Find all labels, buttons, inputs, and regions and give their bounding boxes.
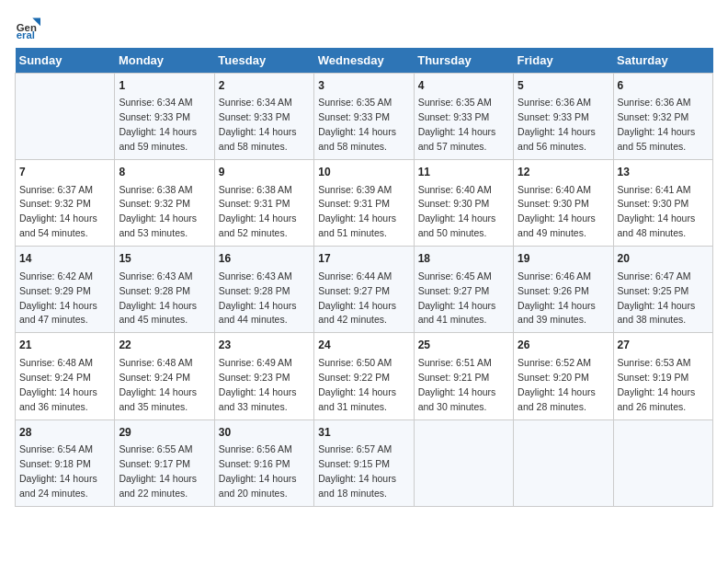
daylight-info: Daylight: 14 hours and 58 minutes. — [318, 126, 396, 152]
sunset-info: Sunset: 9:30 PM — [518, 198, 589, 209]
calendar-cell: 7Sunrise: 6:37 AMSunset: 9:32 PMDaylight… — [16, 160, 115, 247]
calendar-cell: 25Sunrise: 6:51 AMSunset: 9:21 PMDayligh… — [414, 333, 513, 419]
sunset-info: Sunset: 9:30 PM — [418, 198, 490, 209]
sunrise-info: Sunrise: 6:38 AM — [119, 184, 192, 195]
day-number: 7 — [19, 165, 110, 180]
day-number: 19 — [518, 251, 609, 267]
sunrise-info: Sunrise: 6:52 AM — [518, 357, 591, 368]
day-number: 3 — [318, 78, 409, 94]
calendar-cell: 11Sunrise: 6:40 AMSunset: 9:30 PMDayligh… — [414, 160, 513, 247]
calendar-cell: 28Sunrise: 6:54 AMSunset: 9:18 PMDayligh… — [16, 419, 115, 506]
daylight-info: Daylight: 14 hours and 48 minutes. — [618, 213, 696, 238]
sunrise-info: Sunrise: 6:37 AM — [19, 184, 93, 195]
daylight-info: Daylight: 14 hours and 51 minutes. — [318, 213, 396, 238]
daylight-info: Daylight: 14 hours and 59 minutes. — [119, 126, 197, 152]
sunset-info: Sunset: 9:19 PM — [618, 372, 689, 383]
sunrise-info: Sunrise: 6:46 AM — [518, 270, 591, 282]
calendar-cell: 2Sunrise: 6:34 AMSunset: 9:33 PMDaylight… — [214, 74, 313, 160]
sunrise-info: Sunrise: 6:36 AM — [618, 97, 691, 108]
calendar-cell: 24Sunrise: 6:50 AMSunset: 9:22 PMDayligh… — [314, 333, 414, 419]
daylight-info: Daylight: 14 hours and 41 minutes. — [418, 300, 496, 326]
daylight-info: Daylight: 14 hours and 52 minutes. — [219, 213, 297, 238]
sunrise-info: Sunrise: 6:35 AM — [418, 97, 492, 108]
day-number: 18 — [418, 251, 509, 267]
sunset-info: Sunset: 9:17 PM — [119, 458, 190, 469]
column-header-sunday: Sunday — [16, 48, 115, 74]
day-number: 25 — [418, 338, 509, 353]
sunrise-info: Sunrise: 6:40 AM — [418, 184, 492, 195]
calendar-cell: 1Sunrise: 6:34 AMSunset: 9:33 PMDaylight… — [115, 74, 214, 160]
calendar-cell: 12Sunrise: 6:40 AMSunset: 9:30 PMDayligh… — [514, 160, 613, 247]
sunrise-info: Sunrise: 6:43 AM — [219, 270, 292, 282]
calendar-cell: 21Sunrise: 6:48 AMSunset: 9:24 PMDayligh… — [16, 333, 115, 419]
column-header-thursday: Thursday — [414, 48, 513, 74]
day-number: 6 — [618, 78, 709, 94]
day-number: 20 — [618, 251, 709, 267]
calendar-cell: 31Sunrise: 6:57 AMSunset: 9:15 PMDayligh… — [314, 419, 414, 506]
sunset-info: Sunset: 9:33 PM — [318, 111, 390, 122]
sunrise-info: Sunrise: 6:40 AM — [518, 184, 591, 195]
sunrise-info: Sunrise: 6:50 AM — [318, 357, 392, 368]
sunrise-info: Sunrise: 6:34 AM — [219, 97, 292, 108]
sunset-info: Sunset: 9:18 PM — [19, 458, 91, 469]
daylight-info: Daylight: 14 hours and 18 minutes. — [318, 473, 396, 499]
day-number: 12 — [518, 165, 609, 180]
sunrise-info: Sunrise: 6:49 AM — [219, 357, 292, 368]
daylight-info: Daylight: 14 hours and 33 minutes. — [219, 386, 297, 412]
day-number: 17 — [318, 251, 409, 267]
day-number: 1 — [119, 78, 210, 94]
daylight-info: Daylight: 14 hours and 28 minutes. — [518, 386, 596, 412]
sunrise-info: Sunrise: 6:48 AM — [119, 357, 192, 368]
sunset-info: Sunset: 9:33 PM — [219, 111, 290, 122]
calendar-cell: 8Sunrise: 6:38 AMSunset: 9:32 PMDaylight… — [115, 160, 214, 247]
day-number: 28 — [19, 425, 110, 441]
sunrise-info: Sunrise: 6:42 AM — [19, 270, 93, 282]
daylight-info: Daylight: 14 hours and 54 minutes. — [19, 213, 97, 238]
daylight-info: Daylight: 14 hours and 55 minutes. — [618, 126, 696, 152]
calendar-cell — [514, 419, 613, 506]
day-number: 27 — [618, 338, 709, 353]
sunrise-info: Sunrise: 6:55 AM — [119, 443, 192, 454]
sunset-info: Sunset: 9:24 PM — [19, 372, 91, 383]
daylight-info: Daylight: 14 hours and 53 minutes. — [119, 213, 197, 238]
day-number: 10 — [318, 165, 409, 180]
sunset-info: Sunset: 9:20 PM — [518, 372, 589, 383]
column-header-wednesday: Wednesday — [314, 48, 414, 74]
day-number: 2 — [219, 78, 310, 94]
sunset-info: Sunset: 9:24 PM — [119, 372, 190, 383]
calendar-cell: 14Sunrise: 6:42 AMSunset: 9:29 PMDayligh… — [16, 247, 115, 333]
calendar-cell: 13Sunrise: 6:41 AMSunset: 9:30 PMDayligh… — [613, 160, 712, 247]
daylight-info: Daylight: 14 hours and 39 minutes. — [518, 300, 596, 326]
column-header-tuesday: Tuesday — [214, 48, 313, 74]
day-number: 16 — [219, 251, 310, 267]
daylight-info: Daylight: 14 hours and 47 minutes. — [19, 300, 97, 326]
daylight-info: Daylight: 14 hours and 31 minutes. — [318, 386, 396, 412]
sunset-info: Sunset: 9:32 PM — [618, 111, 689, 122]
sunset-info: Sunset: 9:16 PM — [219, 458, 290, 469]
sunset-info: Sunset: 9:27 PM — [418, 285, 490, 296]
sunset-info: Sunset: 9:31 PM — [219, 198, 290, 209]
sunset-info: Sunset: 9:15 PM — [318, 458, 390, 469]
day-number: 15 — [119, 251, 210, 267]
week-row-4: 21Sunrise: 6:48 AMSunset: 9:24 PMDayligh… — [16, 333, 713, 419]
sunset-info: Sunset: 9:23 PM — [219, 372, 290, 383]
sunset-info: Sunset: 9:30 PM — [618, 198, 689, 209]
calendar-cell — [613, 419, 712, 506]
calendar-cell: 29Sunrise: 6:55 AMSunset: 9:17 PMDayligh… — [115, 419, 214, 506]
sunrise-info: Sunrise: 6:47 AM — [618, 270, 691, 282]
sunset-info: Sunset: 9:32 PM — [19, 198, 91, 209]
daylight-info: Daylight: 14 hours and 38 minutes. — [618, 300, 696, 326]
sunrise-info: Sunrise: 6:53 AM — [618, 357, 691, 368]
logo: Gen eral — [15, 15, 44, 40]
daylight-info: Daylight: 14 hours and 45 minutes. — [119, 300, 197, 326]
calendar-cell: 30Sunrise: 6:56 AMSunset: 9:16 PMDayligh… — [214, 419, 313, 506]
sunrise-info: Sunrise: 6:35 AM — [318, 97, 392, 108]
sunrise-info: Sunrise: 6:34 AM — [119, 97, 192, 108]
sunset-info: Sunset: 9:26 PM — [518, 285, 589, 296]
day-number: 13 — [618, 165, 709, 180]
calendar-cell — [414, 419, 513, 506]
sunset-info: Sunset: 9:25 PM — [618, 285, 689, 296]
sunrise-info: Sunrise: 6:39 AM — [318, 184, 392, 195]
column-header-saturday: Saturday — [613, 48, 712, 74]
day-number: 26 — [518, 338, 609, 353]
